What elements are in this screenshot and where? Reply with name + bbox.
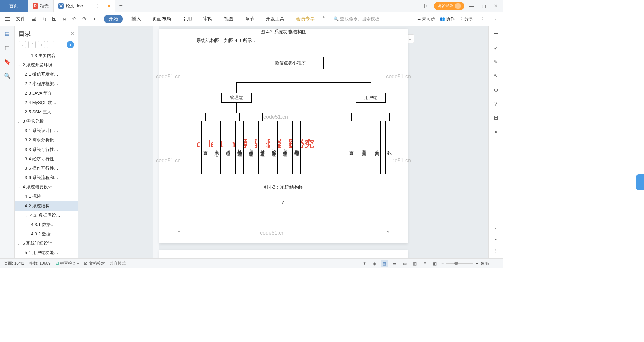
sync-status[interactable]: ☁未同步 <box>417 16 435 22</box>
bookmark-icon[interactable]: ◫ <box>3 44 11 52</box>
ai-assist-icon[interactable]: ● <box>67 41 74 48</box>
menu-more-icon[interactable]: ▸ <box>323 15 325 23</box>
collab-button[interactable]: 👥协作 <box>440 16 455 22</box>
toc-item[interactable]: 4.1 概述 <box>15 192 78 201</box>
toc-item[interactable]: ⌄ 5 系统详细设计 <box>15 239 78 248</box>
toc-item[interactable]: ⌄ 3 需求分析 <box>15 117 78 126</box>
tab-home[interactable]: 首页 <box>0 0 28 12</box>
toc-item[interactable]: 4.3.2 数据… <box>15 229 78 239</box>
chevron-down-icon[interactable]: ▾ <box>90 15 99 23</box>
sidebar-close-icon[interactable]: × <box>71 31 74 37</box>
guest-login-button[interactable]: 访客登录 <box>434 2 464 10</box>
word-count[interactable]: 字数: 10689 <box>29 261 51 266</box>
diagram-line <box>377 113 377 121</box>
tab-daohe[interactable]: D 稻壳 <box>28 0 54 12</box>
zoom-in-button[interactable]: + <box>476 261 478 266</box>
menu-ref[interactable]: 引用 <box>180 15 195 23</box>
menu-insert[interactable]: 插入 <box>129 15 144 23</box>
menu-review[interactable]: 审阅 <box>201 15 215 23</box>
tab-document[interactable]: W 论文.doc <box>54 0 115 12</box>
preview-icon[interactable]: ⎙ <box>40 15 48 23</box>
maximize-button[interactable]: ▢ <box>479 1 488 11</box>
ribbon-icon[interactable]: 🔖 <box>3 58 11 66</box>
menu-start[interactable]: 开始 <box>104 15 123 23</box>
share-button[interactable]: ⇪分享 <box>460 16 473 22</box>
expand-icon[interactable]: ⛶ <box>492 260 499 267</box>
redo-icon[interactable]: ↷ <box>80 15 89 23</box>
toc-item[interactable]: 2.1 微信开发者… <box>15 70 78 79</box>
help-icon[interactable]: ? <box>492 100 500 108</box>
toc-item[interactable]: 3.2 需求分析概… <box>15 135 78 145</box>
grid-icon[interactable]: ⊞ <box>421 260 429 267</box>
zoom-out-button[interactable]: − <box>441 261 444 266</box>
view-outline-icon[interactable]: ☰ <box>391 260 398 267</box>
menu-layout[interactable]: 页面布局 <box>150 15 174 23</box>
rocket-icon[interactable]: ➹ <box>492 44 500 52</box>
toc-item[interactable]: 5.1 用户端功能… <box>15 248 78 258</box>
close-button[interactable]: ✕ <box>491 1 500 11</box>
scroll-down-icon[interactable]: ▾ <box>492 235 500 243</box>
image-icon[interactable]: 🖼 <box>492 114 500 122</box>
toc-item[interactable]: 2.3 JAVA 简介 <box>15 89 78 98</box>
settings-icon[interactable]: ⚙ <box>492 86 500 94</box>
add-section-icon[interactable]: + <box>38 41 45 48</box>
copy-icon[interactable]: ⎘ <box>60 15 68 23</box>
compat-mode[interactable]: 兼容模式 <box>110 261 126 266</box>
toc-item[interactable]: 3.3 系统可行性… <box>15 145 78 154</box>
highlight-icon[interactable]: ✎ <box>492 58 500 66</box>
menu-icon[interactable] <box>3 15 12 23</box>
collapse-all-icon[interactable]: ⌄ <box>19 41 26 48</box>
scroll-up-icon[interactable]: ▴ <box>492 224 500 232</box>
toc-item[interactable]: ⌄ 2 系统开发环境 <box>15 60 78 70</box>
zoom-level[interactable]: 80% <box>481 261 489 266</box>
save-icon[interactable]: 🖫 <box>50 15 58 23</box>
toc-item[interactable]: 3.1 系统设计目… <box>15 126 78 135</box>
toc-item[interactable]: 2.5 SSM 三大… <box>15 107 78 117</box>
toc-item[interactable]: 1.3 主要内容 <box>15 51 78 60</box>
more-icon[interactable]: ⋮ <box>478 15 486 23</box>
toc-item[interactable]: 4.3.1 数据… <box>15 220 78 229</box>
search-rail-icon[interactable]: 🔍 <box>3 72 11 80</box>
view-page-icon[interactable]: ▦ <box>381 260 388 267</box>
focus-icon[interactable]: ◈ <box>371 260 378 267</box>
view-web-icon[interactable]: ▥ <box>411 260 419 267</box>
toc-item[interactable]: 3.6 系统流程和… <box>15 173 78 182</box>
diagram-line <box>285 113 285 121</box>
collapse-ribbon-icon[interactable]: ⌄ <box>491 15 500 23</box>
remove-section-icon[interactable]: − <box>47 41 54 48</box>
tab-add-button[interactable]: + <box>115 2 127 9</box>
outline-icon[interactable]: ▤ <box>3 30 11 38</box>
view-read-icon[interactable]: ▭ <box>401 260 409 267</box>
menu-dev[interactable]: 开发工具 <box>263 15 287 23</box>
search-box[interactable]: 🔍 查找命令、搜索模板 <box>333 16 379 22</box>
window-layout-icon[interactable]: 1 <box>422 1 431 11</box>
toc-item[interactable]: ⌄ 4.3. 数据库设… <box>15 211 78 220</box>
toc-item[interactable]: 3.4 经济可行性 <box>15 154 78 164</box>
menu-vip[interactable]: 会员专享 <box>293 15 317 23</box>
select-icon[interactable]: ↖ <box>492 72 500 80</box>
sparkle-icon[interactable]: ✦ <box>492 128 500 136</box>
toc-item[interactable]: 2.2 小程序框架… <box>15 79 78 89</box>
rail-menu-icon[interactable] <box>492 30 500 38</box>
proofread-status[interactable]: ☒ 文档校对 <box>84 261 105 266</box>
page-indicator[interactable]: 页面: 16/41 <box>4 261 24 266</box>
menu-chapter[interactable]: 章节 <box>242 15 257 23</box>
spellcheck-status[interactable]: ☑ 拼写检查 ▾ <box>55 261 79 266</box>
zoom-slider[interactable] <box>446 263 473 264</box>
file-menu[interactable]: 文件 <box>16 16 25 22</box>
menu-view[interactable]: 视图 <box>221 15 236 23</box>
page-number: 8 <box>176 201 391 205</box>
dots-icon[interactable]: ⁝ <box>492 247 500 255</box>
print-icon[interactable]: 🖶 <box>30 15 38 23</box>
toc-item[interactable]: 2.4 MySQL 数… <box>15 98 78 107</box>
toc-item[interactable]: 4.2 系统结构 <box>15 201 78 211</box>
document-area[interactable]: 图 4-2 系统功能结构图 系统结构图，如图 4-3 所示： code51.cn… <box>78 26 488 258</box>
toc-item[interactable]: 3.5 操作可行性… <box>15 164 78 173</box>
toc-item[interactable]: ⌄ 4 系统概要设计 <box>15 182 78 192</box>
undo-icon[interactable]: ↶ <box>70 15 78 23</box>
minimize-button[interactable]: — <box>467 1 476 11</box>
eye-icon[interactable]: 👁 <box>361 260 368 267</box>
cast-icon[interactable] <box>97 4 102 8</box>
expand-all-icon[interactable]: ⌃ <box>28 41 36 48</box>
fit-icon[interactable]: ◧ <box>431 260 439 267</box>
